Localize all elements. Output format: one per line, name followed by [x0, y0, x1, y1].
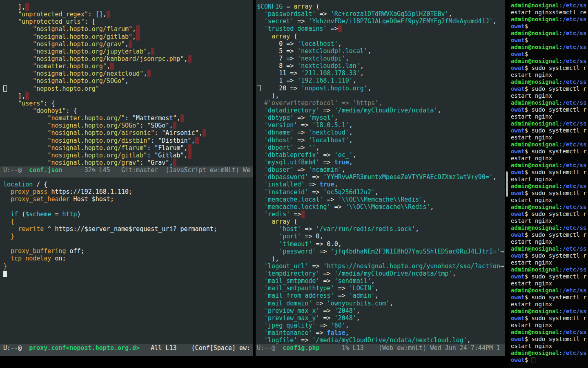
- code-line: 'dbtableprefix' => 'oc_',: [257, 151, 505, 159]
- code-line: 'trusted_domains' =>: [257, 25, 505, 32]
- code-line: [3, 203, 253, 210]
- code-line: 'password' => 'jfq4bdhaNEm2F3N1E8hQ7YauS…: [257, 248, 505, 255]
- emacs-middle-frame: $CONFIG = array ( 'passwordsalt' => 'Rc+…: [256, 0, 505, 356]
- emacs-left-frame: ], "unprotected_regex": [], "unprotected…: [0, 0, 253, 356]
- code-line: "nosignal.hopto.org/grav": "Grav",: [3, 159, 253, 166]
- code-line: admin@nosignal:/etc/ss: [511, 58, 588, 65]
- proxy-conf-buffer[interactable]: location / { proxy_pass https://192.168.…: [0, 181, 253, 277]
- code-line: estart nginx: [511, 259, 588, 266]
- code-line: 'memcache.local' => '\\OC\\Memcache\\Red…: [257, 196, 505, 203]
- code-line: proxy_pass https://192.168.1.110;: [3, 188, 253, 195]
- code-line: owat$ sudo systemctl r: [511, 65, 588, 72]
- code-line: U:--@ config.php 1% L13 (Web ew:mnLt) We…: [257, 344, 505, 352]
- code-line: "nosignal.hopto.org/distbin": "Distbin",: [3, 137, 253, 144]
- code-line: estart nginx: [511, 280, 588, 287]
- modeline-conf-json: U:--@ conf.json 32% L45 Git:master (Java…: [0, 166, 253, 177]
- code-line: admin@nosignal:/etc/ss: [511, 16, 588, 23]
- code-line: 'datadirectory' => '/media/myCloudDrive/…: [257, 107, 505, 114]
- code-line: 'mail_domain' => 'ownyourbits.com',: [257, 300, 505, 307]
- code-line: if ($scheme = http): [3, 211, 253, 218]
- code-line: 5 => 'nextcloudpi.local',: [257, 47, 505, 55]
- trailing-whitespace-marker: [147, 70, 151, 77]
- code-line: 'host' => '/var/run/redis/redis.sock',: [257, 225, 505, 233]
- code-line: U:--@ conf.json 32% L45 Git:master (Java…: [3, 166, 253, 174]
- code-line: estart nginx: [511, 176, 588, 183]
- code-line: admin@nosignal:/etc/ss: [511, 79, 588, 85]
- code-line: "unprotected_regex": [],: [3, 11, 253, 18]
- trailing-whitespace-marker: [301, 211, 305, 218]
- code-line: "nosignal.hopto.org/SOGo",: [3, 77, 253, 85]
- code-line: 20 => 'nopost.hopto.org',: [257, 85, 505, 92]
- terminal-hollow-cursor: [532, 357, 535, 363]
- code-line: estart nginx: [511, 155, 588, 162]
- code-line: admin@nosignal:/etc/ss: [511, 162, 588, 169]
- trailing-whitespace-marker: [188, 152, 192, 159]
- trailing-whitespace-marker: [129, 40, 132, 48]
- code-line: admin@nosignal:/etc/ss: [511, 329, 588, 336]
- code-line: 'dbtype' => 'mysql',: [257, 114, 505, 121]
- code-line: owat$ sudo systemctl r: [511, 148, 588, 155]
- code-line: admin@nosignal:/etc/ss: [511, 30, 588, 37]
- trailing-whitespace-marker: [136, 33, 140, 40]
- code-line: ),: [257, 255, 505, 263]
- code-line: owat$: [511, 37, 588, 44]
- code-line: "nosignal.hopto.org/SOGo": "SOGo",: [3, 122, 253, 129]
- code-line: 7 => 'nextcloudpi',: [257, 55, 505, 62]
- trailing-whitespace-marker: [188, 55, 192, 63]
- terminal-output[interactable]: admin@nosignal:/etc/ssestart nginxstemct…: [509, 2, 588, 364]
- code-line: owat$ sudo systemctl r: [511, 127, 588, 134]
- config-php-buffer[interactable]: $CONFIG = array ( 'passwordsalt' => 'Rc+…: [256, 3, 505, 344]
- trailing-whitespace-marker: [203, 129, 206, 137]
- code-line: 'logout_url' => 'https://nosignal.hopto.…: [257, 263, 505, 270]
- code-line: ],: [3, 92, 253, 100]
- code-line: 'port' => 0,: [257, 233, 505, 240]
- code-line: admin@nosignal:/etc/ss: [511, 308, 588, 315]
- code-line: estart nginx: [511, 134, 588, 141]
- code-line: ],: [3, 3, 253, 11]
- trailing-whitespace-marker: [107, 11, 110, 18]
- terminal-scrollbar-thumb[interactable]: [506, 171, 508, 197]
- terminal-pane[interactable]: admin@nosignal:/etc/ssestart nginxstemct…: [509, 0, 588, 368]
- code-line: "nosignal.hopto.org/flarum",: [3, 25, 253, 33]
- code-line: }: [3, 263, 253, 270]
- code-line: proxy_buffering off;: [3, 247, 253, 255]
- code-line: U:--@ proxy.conf<nopost.hopto.org.d> All…: [3, 344, 253, 352]
- block-cursor: [3, 271, 7, 277]
- code-line: 'dbuser' => 'ncadmin',: [257, 166, 505, 173]
- code-line: 'maintenance' => false,: [257, 329, 505, 337]
- code-line: 'dbhost' => 'localhost',: [257, 137, 505, 144]
- code-line: 'dbport' => '',: [257, 144, 505, 151]
- code-line: "nosignal.hopto.org/airsonic": "Airsonic…: [3, 129, 253, 137]
- code-line: owat$: [511, 51, 588, 58]
- code-line: estart nginxstemctl re: [511, 9, 588, 16]
- code-line: 'mail_smtpmode' => 'sendmail',: [257, 277, 505, 285]
- trailing-whitespace-marker: [173, 159, 176, 166]
- code-line: estart nginx: [511, 72, 588, 79]
- code-line: "nosignal.hopto.org/grav",: [3, 40, 253, 48]
- code-line: }: [3, 233, 253, 240]
- code-line: 'redis' =>: [257, 211, 505, 218]
- conf-json-buffer[interactable]: ], "unprotected_regex": [], "unprotected…: [0, 3, 253, 166]
- code-line: 'mail_smtpauthtype' => 'LOGIN',: [257, 285, 505, 292]
- code-line: 'memcache.locking' => '\\OC\\Memcache\\R…: [257, 203, 505, 211]
- code-line: owat$ sudo systemctl r: [511, 211, 588, 218]
- trailing-whitespace-marker: [151, 48, 154, 55]
- code-line: owat$ sudo systemctl r: [511, 294, 588, 301]
- code-line: "nosignal.hopto.org/nextcloud",: [3, 70, 253, 77]
- code-line: estart nginx: [511, 197, 588, 204]
- code-line: 'version' => '18.0.5.1',: [257, 121, 505, 129]
- code-line: "nosignal.hopto.org/gitlab",: [3, 33, 253, 40]
- modeline-proxy-conf: U:--@ proxy.conf<nopost.hopto.org.d> All…: [0, 344, 253, 356]
- code-line: owat$ sudo systemctl r: [511, 169, 588, 176]
- code-line: 'dbname' => 'nextcloud',: [257, 129, 505, 136]
- code-line: 1 => '192.168.1.110',: [257, 77, 505, 84]
- code-line: 8 => 'nextcloudpi.lan',: [257, 62, 505, 70]
- code-line: owat$ sudo systemctl r: [511, 252, 588, 259]
- code-line: owat$ sudo systemctl r: [511, 85, 588, 92]
- trailing-whitespace-marker: [110, 63, 114, 70]
- code-line: 'instanceid' => 'oc5q256d12u2',: [257, 188, 505, 196]
- code-line: "nomatter.hopto.org",: [3, 63, 253, 70]
- code-line: admin@nosignal:/etc/ss: [511, 245, 588, 252]
- code-line: owat$ sudo systemctl r: [511, 315, 588, 322]
- code-line: 'mail_from_address' => 'admin',: [257, 292, 505, 299]
